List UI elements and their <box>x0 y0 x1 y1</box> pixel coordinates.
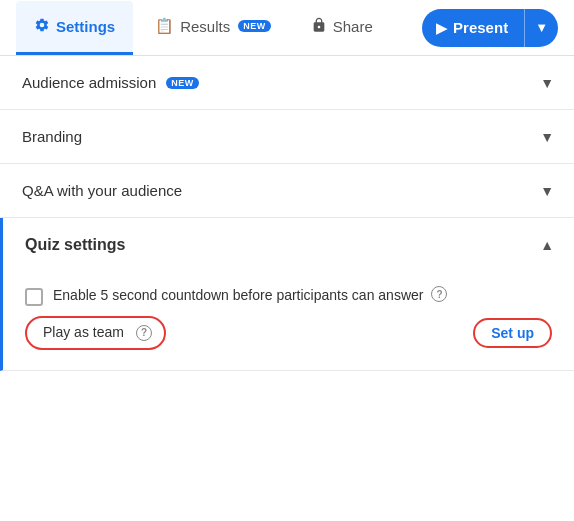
tab-results[interactable]: 📋 Results NEW <box>137 1 289 54</box>
accordion-audience-header[interactable]: Audience admission NEW ▼ <box>0 56 574 109</box>
chevron-down-icon: ▼ <box>540 183 554 199</box>
accordion-quiz-left: Quiz settings <box>25 236 125 254</box>
audience-new-badge: NEW <box>166 77 199 89</box>
accordion-branding: Branding ▼ <box>0 110 574 164</box>
accordion-branding-header[interactable]: Branding ▼ <box>0 110 574 163</box>
present-dropdown-arrow[interactable]: ▼ <box>525 9 558 47</box>
quiz-settings-body: Enable 5 second countdown before partici… <box>3 272 574 370</box>
countdown-help-icon[interactable]: ? <box>431 286 447 302</box>
branding-title: Branding <box>22 128 82 145</box>
team-left: Play as team ? <box>25 316 166 350</box>
accordion-qa-left: Q&A with your audience <box>22 182 182 199</box>
play-as-team-outline: Play as team ? <box>25 316 166 350</box>
audience-admission-title: Audience admission <box>22 74 156 91</box>
accordion-qa-header[interactable]: Q&A with your audience ▼ <box>0 164 574 217</box>
accordion-branding-left: Branding <box>22 128 82 145</box>
accordion-quiz-header[interactable]: Quiz settings ▲ <box>3 218 574 272</box>
accordion-qa: Q&A with your audience ▼ <box>0 164 574 218</box>
chevron-down-icon: ▼ <box>540 129 554 145</box>
present-label: Present <box>453 19 508 36</box>
share-icon <box>311 17 327 36</box>
results-badge: NEW <box>238 20 271 32</box>
countdown-row: Enable 5 second countdown before partici… <box>25 280 552 312</box>
countdown-checkbox[interactable] <box>25 288 43 306</box>
accordion-audience-admission: Audience admission NEW ▼ <box>0 56 574 110</box>
top-nav: Settings 📋 Results NEW Share ▶ Present ▼ <box>0 0 574 56</box>
chevron-up-icon: ▲ <box>540 237 554 253</box>
quiz-settings-title: Quiz settings <box>25 236 125 254</box>
results-icon: 📋 <box>155 17 174 35</box>
setup-button[interactable]: Set up <box>473 318 552 348</box>
play-icon: ▶ <box>436 20 447 36</box>
present-main[interactable]: ▶ Present <box>422 9 524 47</box>
play-as-team-label: Play as team <box>43 323 124 343</box>
content: Audience admission NEW ▼ Branding ▼ Q&A … <box>0 56 574 371</box>
accordion-quiz-settings: Quiz settings ▲ Enable 5 second countdow… <box>0 218 574 371</box>
tab-settings[interactable]: Settings <box>16 1 133 55</box>
chevron-down-icon: ▼ <box>535 20 548 35</box>
play-as-team-help-icon[interactable]: ? <box>136 325 152 341</box>
tab-results-label: Results <box>180 18 230 35</box>
accordion-audience-left: Audience admission NEW <box>22 74 199 91</box>
tab-settings-label: Settings <box>56 18 115 35</box>
tab-share-label: Share <box>333 18 373 35</box>
play-as-team-row: Play as team ? Set up <box>25 312 552 350</box>
countdown-label: Enable 5 second countdown before partici… <box>53 286 423 306</box>
present-button[interactable]: ▶ Present ▼ <box>422 9 558 47</box>
gear-icon <box>34 17 50 36</box>
qa-title: Q&A with your audience <box>22 182 182 199</box>
tab-share[interactable]: Share <box>293 1 391 55</box>
chevron-down-icon: ▼ <box>540 75 554 91</box>
